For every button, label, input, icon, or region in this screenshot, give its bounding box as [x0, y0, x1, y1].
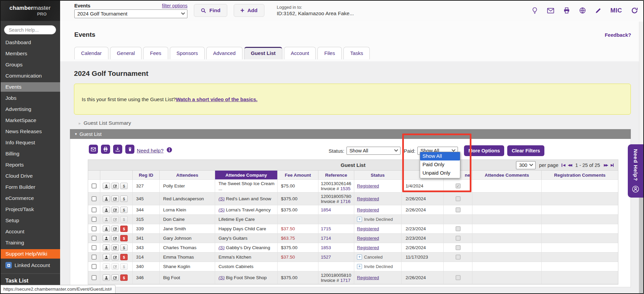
tab-advanced[interactable]: Advanced — [206, 47, 242, 59]
status-filter-select[interactable]: Show All — [346, 147, 401, 155]
sidebar-item-support-help-wiki[interactable]: Support Help/Wiki — [0, 249, 60, 259]
sidebar-item-reports[interactable]: Reports — [0, 160, 60, 170]
reference-link[interactable]: 1714 — [321, 236, 331, 241]
row-select-checkbox[interactable] — [92, 207, 97, 212]
guest-list-summary-toggle[interactable]: ▸ Guest List Summary — [79, 120, 631, 126]
filter-options-link[interactable]: filter options — [162, 3, 187, 8]
reference-link[interactable]: 1715 — [321, 226, 331, 231]
row-select-checkbox[interactable] — [92, 245, 97, 250]
attendee-profile-button[interactable] — [103, 196, 110, 202]
per-page-select[interactable]: 300 — [516, 161, 536, 169]
add-button[interactable]: + Add — [234, 4, 264, 17]
flag-checkbox[interactable] — [456, 236, 461, 241]
guest-list-panel-header[interactable]: ▾ Guest List — [70, 129, 631, 139]
status-registered[interactable]: Registered — [357, 245, 379, 250]
invoice-link[interactable]: 1717 — [340, 278, 351, 283]
tab-tasks[interactable]: Tasks — [343, 47, 370, 59]
attendee-profile-button[interactable] — [103, 207, 110, 213]
billing-dollar-button[interactable]: $ — [120, 183, 128, 189]
printer-icon[interactable] — [563, 7, 570, 14]
sidebar-item-cloud-drive[interactable]: Cloud Drive — [0, 171, 60, 181]
need-help-tab[interactable]: Need Help? — [628, 144, 643, 198]
scrollbar-thumb[interactable] — [639, 197, 643, 293]
status-registered[interactable]: Registered — [357, 207, 379, 212]
sidebar-item-info-request[interactable]: Info Request — [0, 138, 60, 147]
sidebar-item-events[interactable]: Events — [0, 82, 60, 92]
search-help-input[interactable] — [4, 25, 56, 34]
tab-account[interactable]: Account — [284, 47, 316, 59]
banner-video-link[interactable]: Watch a short video of the basics. — [176, 96, 257, 102]
billing-dollar-button[interactable]: $ — [120, 207, 128, 213]
refresh-icon[interactable] — [631, 7, 638, 14]
sidebar-item-news-releases[interactable]: News Releases — [0, 127, 60, 136]
prev-page-button[interactable]: ◀◀ — [568, 163, 571, 167]
paid-option-paid-only[interactable]: Paid Only — [420, 160, 460, 169]
mail-icon[interactable] — [547, 8, 554, 13]
store-link[interactable]: (S) — [218, 275, 225, 280]
attendee-profile-button[interactable] — [103, 263, 110, 270]
mic-label[interactable]: MIC — [611, 7, 622, 14]
paid-option-unpaid-only[interactable]: Unpaid Only — [420, 169, 460, 177]
reference-link[interactable]: 1854 — [321, 207, 331, 212]
billing-dollar-button[interactable]: $ — [120, 235, 128, 241]
edit-registration-button[interactable] — [111, 226, 119, 232]
tab-sponsors[interactable]: Sponsors — [170, 47, 205, 59]
edit-registration-button[interactable] — [111, 207, 119, 213]
edit-registration-button[interactable] — [111, 235, 119, 241]
attendee-profile-button[interactable] — [103, 244, 110, 251]
paid-option-show-all[interactable]: Show All — [420, 152, 460, 160]
expand-icon[interactable]: + — [357, 217, 362, 222]
download-guests-button[interactable] — [113, 145, 122, 154]
flag-checkbox[interactable] — [456, 226, 461, 231]
expand-icon[interactable]: + — [357, 255, 362, 260]
sidebar-item-form-builder[interactable]: Form Builder — [0, 182, 60, 192]
sidebar-item-project-task[interactable]: Project/Task — [0, 205, 60, 214]
status-registered[interactable]: Registered — [357, 226, 379, 231]
edit-registration-button[interactable] — [111, 196, 119, 202]
sidebar-item-training[interactable]: Training — [0, 238, 60, 247]
billing-dollar-button[interactable]: $ — [120, 244, 128, 251]
row-select-checkbox[interactable] — [92, 217, 97, 222]
print-guests-button[interactable] — [101, 145, 110, 154]
tab-files[interactable]: Files — [317, 47, 342, 59]
first-page-button[interactable]: ◀ — [562, 163, 565, 167]
tab-guest-list[interactable]: Guest List — [244, 47, 282, 59]
reference-link[interactable]: 1853 — [321, 245, 331, 250]
attendee-profile-button[interactable] — [103, 254, 110, 260]
sidebar-item-marketspace[interactable]: MarketSpace — [0, 116, 60, 125]
flag-checkbox[interactable] — [456, 196, 461, 201]
attendee-profile-button[interactable] — [103, 274, 110, 281]
row-select-checkbox[interactable] — [92, 226, 97, 231]
attendee-profile-button[interactable] — [103, 226, 110, 232]
row-select-checkbox[interactable] — [92, 264, 97, 269]
edit-registration-button[interactable] — [111, 216, 119, 223]
sidebar-item-communication[interactable]: Communication — [0, 71, 60, 81]
row-select-checkbox[interactable] — [92, 275, 97, 280]
need-help-link[interactable]: Need help? — [137, 148, 163, 154]
flag-checkbox[interactable]: ✓ — [456, 183, 461, 188]
attendee-profile-button[interactable] — [103, 216, 110, 223]
flag-checkbox[interactable] — [456, 245, 461, 250]
expand-icon[interactable]: + — [357, 264, 362, 269]
sidebar-item-dashboard[interactable]: Dashboard — [0, 38, 60, 47]
store-link[interactable]: (S) — [218, 196, 225, 201]
billing-dollar-button[interactable]: $ — [120, 274, 128, 281]
row-select-checkbox[interactable] — [92, 196, 97, 201]
sidebar-item-jobs[interactable]: Jobs — [0, 93, 60, 103]
sidebar-item-billing[interactable]: Billing — [0, 149, 60, 158]
next-page-button[interactable]: ▶▶ — [604, 163, 608, 167]
sidebar-item-account[interactable]: Account — [0, 227, 60, 236]
flag-checkbox[interactable] — [456, 275, 461, 280]
sidebar-item-linked-account[interactable]: Linked Account — [0, 260, 60, 270]
edit-registration-button[interactable] — [111, 274, 119, 281]
invoice-link[interactable]: 1716 — [340, 199, 351, 204]
row-select-checkbox[interactable] — [92, 255, 97, 260]
attendee-profile-button[interactable] — [103, 235, 110, 241]
edit-registration-button[interactable] — [111, 244, 119, 251]
lightbulb-icon[interactable] — [532, 7, 538, 14]
status-registered[interactable]: Registered — [357, 183, 379, 188]
sidebar-item-groups[interactable]: Groups — [0, 60, 60, 69]
row-select-checkbox[interactable] — [92, 183, 97, 188]
sidebar-item-advertising[interactable]: Advertising — [0, 105, 60, 114]
billing-dollar-button[interactable]: $ — [120, 263, 128, 270]
